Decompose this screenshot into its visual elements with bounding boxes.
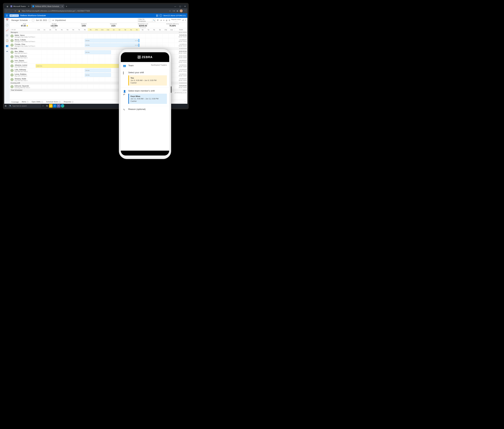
start-button[interactable]: ⊞ — [5, 105, 8, 107]
tab-label: Microsoft Teams — [13, 5, 26, 7]
close-icon[interactable]: ✕ — [182, 5, 187, 8]
refresh-button[interactable]: ⟳ — [14, 10, 17, 12]
tab-teams[interactable]: T Microsoft Teams ✕ — [9, 4, 31, 8]
collections-icon[interactable]: ⊞ — [177, 10, 178, 12]
tab-coverage[interactable]: Coverage — [11, 101, 19, 103]
new-tab-button[interactable]: + — [65, 5, 69, 8]
favorites-bar-icon[interactable]: ☆≡ — [172, 10, 175, 12]
bulb-icon[interactable]: 💡 — [26, 25, 28, 27]
tab-open-shifts[interactable]: Open Shifts2 — [32, 101, 43, 103]
avatar — [10, 69, 14, 72]
current-date[interactable]: Jun 18, 2021 — [36, 19, 47, 21]
back-button[interactable]: ← — [6, 10, 8, 12]
hour-col: 8a — [82, 28, 88, 31]
list-icon[interactable]: ≡ — [163, 19, 164, 21]
team-row[interactable]: 👥 Team Northwind Traders — [121, 62, 169, 69]
reports-dropdown[interactable]: Reports — [171, 19, 177, 20]
employee-info: Shawna, NobleDay shift Part Time 0 — [10, 77, 36, 82]
shift-name: Kayo Miwa — [131, 95, 165, 98]
url-text[interactable]: https://wfmproductqa08.reflexisinc.co.in… — [22, 10, 168, 12]
print-icon[interactable]: 🖨 — [166, 19, 168, 21]
page-title[interactable]: Manager Schedule — [11, 19, 28, 21]
forward-button: → — [10, 10, 12, 12]
zebra-logo: ZEBRA — [137, 55, 153, 59]
profile-avatar[interactable] — [180, 9, 183, 12]
employee-timeline[interactable]: 08:00a06:00p — [36, 38, 174, 43]
employee-row[interactable]: Christie, ClineManagers Key Holder Full … — [10, 43, 187, 47]
employee-name: Alexis, Collado — [15, 39, 35, 41]
people-icon[interactable]: 👥 — [5, 45, 9, 48]
task-view-icon[interactable]: ⧉ — [45, 104, 49, 108]
tab-actions-icon[interactable]: ▤ — [6, 6, 9, 7]
employee-name: Shawna, Noble — [15, 78, 27, 80]
chart-icon[interactable]: 📈 — [5, 29, 9, 32]
undo-icon[interactable]: ↺ — [182, 19, 184, 21]
user-label[interactable]: Store121 Admin (STORE121) — [163, 15, 186, 17]
employee-timeline[interactable]: 08:00a06:00p — [36, 43, 174, 47]
expand-icon[interactable]: ⌃ — [184, 101, 186, 103]
chevron-down-icon[interactable]: ⌄ — [29, 19, 30, 21]
zebra-device: ZEBRA 👥 Team Northwind Traders Select yo… — [119, 49, 171, 159]
employee-info: Alex, WilberDay shift Full Time 0 — [10, 50, 36, 54]
zebra-side-button[interactable] — [171, 86, 171, 93]
taskbar-search[interactable]: 🔍Type here to search — [9, 104, 41, 108]
favorite-icon[interactable]: ☆ — [169, 10, 171, 12]
filter-input[interactable]: Filter By Employee — [138, 19, 152, 22]
outlook-icon[interactable]: O — [53, 104, 56, 108]
dollar-icon[interactable]: Ⓢ — [5, 34, 9, 37]
close-icon[interactable]: ✕ — [28, 5, 29, 8]
chevron-down-icon[interactable]: ⌄ — [175, 20, 176, 22]
sort-icon[interactable]: ↕≡ — [160, 19, 162, 21]
shift-bar[interactable]: 08:00a06:00p — [85, 43, 140, 47]
teams-icon[interactable]: T — [57, 104, 60, 108]
employee-row[interactable]: Alexis, ColladoManagers Key Holder Full … — [10, 38, 187, 43]
shift-bar[interactable]: 00|08:30a — [36, 64, 128, 68]
next-button[interactable]: › — [48, 19, 51, 22]
user-icon[interactable]: ⍟ — [160, 14, 162, 17]
close-icon[interactable]: ✕ — [62, 5, 63, 8]
shift-bar[interactable]: 08:30a — [85, 51, 111, 54]
shift-bar[interactable]: 08:30a — [85, 73, 111, 77]
filter-icon[interactable]: ⧩ — [157, 19, 159, 21]
cloud-icon[interactable]: ☁ — [5, 50, 9, 53]
tab-alerts[interactable]: Alerts7 — [22, 101, 29, 103]
day-label-cell[interactable]: ‹ Fri 18 — [10, 28, 36, 31]
clipboard-icon[interactable]: 📋 — [5, 39, 9, 43]
kpi-scheduled: Scheduled102h — [99, 23, 128, 28]
your-shift-card[interactable]: You Jun 9, 9:00 AM – Jun 9, 5:00 PM Cash… — [128, 75, 167, 86]
menu-icon[interactable]: ☰ — [6, 14, 8, 17]
kpi-schedule-efficiency: Schedule Efficiency76.00% — [158, 23, 187, 28]
employee-info: Adele, VanceManagers Key Holder Full Tim… — [10, 34, 36, 38]
radio-icon — [123, 72, 126, 74]
shift-time: Jun 11, 9:00 AM – Jun 11, 5:00 PM — [131, 98, 165, 100]
file-explorer-icon[interactable]: 📁 — [49, 104, 53, 108]
shift-bar[interactable]: 08:30a — [85, 69, 111, 72]
select-member-label: Select team member's shift — [128, 89, 167, 92]
more-icon[interactable]: ⋯ — [184, 10, 186, 12]
cortana-icon[interactable]: ○ — [41, 104, 45, 108]
employee-timeline[interactable] — [36, 34, 174, 38]
tab-schedule-notes[interactable]: Schedule Notes3 — [46, 101, 61, 103]
edge-icon[interactable] — [61, 104, 64, 108]
minimize-icon[interactable]: ― — [173, 5, 178, 8]
avatar — [10, 44, 14, 47]
maximize-icon[interactable]: ▢ — [178, 5, 182, 8]
shift-bar[interactable]: 08:00a06:00p — [85, 39, 140, 42]
employee-row[interactable]: Adele, VanceManagers Key Holder Full Tim… — [10, 34, 187, 38]
member-shift-card[interactable]: Kayo Miwa Jun 11, 9:00 AM – Jun 11, 5:00… — [128, 94, 167, 104]
apps-icon[interactable] — [156, 15, 158, 17]
employee-info: Alexis, ColladoManagers Key Holder Full … — [10, 38, 36, 43]
action-dropdown[interactable]: Action — [177, 19, 181, 20]
search-icon[interactable]: 🔍 — [152, 19, 155, 22]
info-icon[interactable]: i — [185, 19, 186, 22]
export-icon[interactable]: ⎘ — [169, 19, 170, 21]
chevron-down-icon[interactable]: ⌄ — [176, 20, 178, 22]
tab-requests[interactable]: Requests1 — [64, 101, 74, 103]
prev-button[interactable]: ‹ — [32, 19, 35, 22]
tab-reflexis[interactable]: R Reflexis WFM | Week Schedule ✕ — [31, 4, 64, 8]
chevron-left-icon[interactable]: ‹ — [10, 29, 11, 30]
calendar-icon[interactable]: 📅 — [5, 18, 9, 22]
clock-icon[interactable]: 🕐 — [5, 24, 9, 27]
hour-col: 12p — [105, 28, 111, 31]
reason-row[interactable]: ✎ Reason (optional) — [121, 106, 169, 113]
